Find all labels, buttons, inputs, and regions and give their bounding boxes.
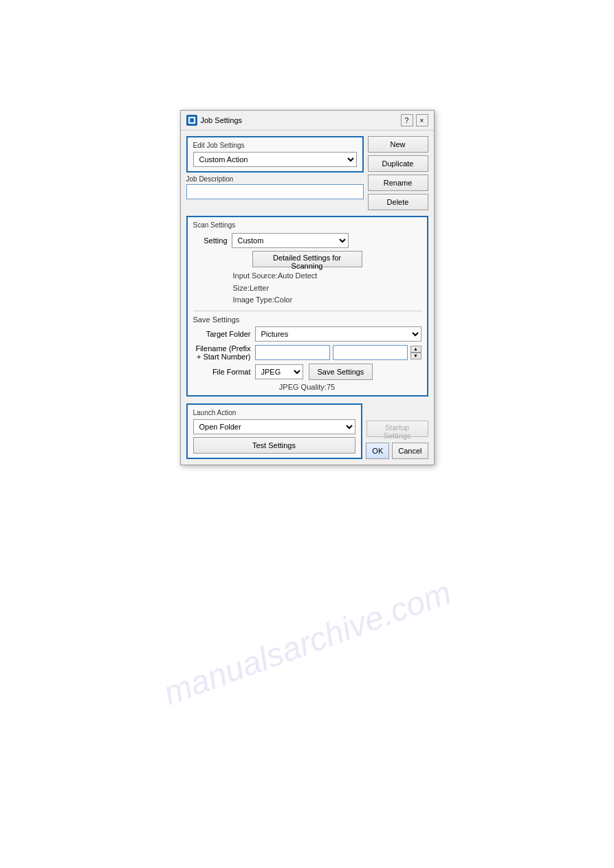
launch-action-section: Launch Action Open Folder Test Settings: [186, 403, 362, 459]
filename-prefix-input[interactable]: img: [255, 345, 330, 360]
watermark-text: manualsarchive.com: [158, 573, 455, 712]
custom-action-dropdown[interactable]: Custom Action: [193, 152, 357, 167]
new-button[interactable]: New: [368, 136, 428, 153]
edit-job-settings-label: Edit Job Settings: [193, 142, 357, 149]
dialog-icon: [186, 115, 197, 126]
bottom-area: Launch Action Open Folder Test Settings …: [186, 403, 428, 459]
launch-action-dropdown[interactable]: Open Folder: [193, 419, 355, 434]
info-line2: Size:Letter: [233, 282, 421, 295]
file-format-label: File Format: [193, 368, 255, 376]
duplicate-button[interactable]: Duplicate: [368, 155, 428, 172]
main-area: Edit Job Settings Custom Action Job Desc…: [186, 136, 428, 210]
save-settings-button[interactable]: Save Settings: [309, 364, 373, 380]
filename-row: Filename (Prefix + Start Number) img 001…: [193, 344, 421, 361]
divider1: [193, 311, 421, 311]
launch-action-label: Launch Action: [193, 409, 355, 416]
test-settings-button[interactable]: Test Settings: [193, 437, 355, 454]
filename-inputs: img 001 ▲ ▼: [255, 345, 421, 360]
dialog-title: Job Settings: [201, 116, 243, 124]
close-button[interactable]: ×: [416, 114, 428, 126]
info-line1: Input Source:Auto Detect: [233, 270, 421, 282]
ok-button[interactable]: OK: [366, 443, 389, 459]
right-panel: New Duplicate Rename Delete: [368, 136, 428, 210]
info-line3: Image Type:Color: [233, 294, 421, 307]
file-format-row: File Format JPEG Save Settings: [193, 364, 421, 380]
filename-number-input[interactable]: 001: [333, 345, 408, 360]
delete-button[interactable]: Delete: [368, 194, 428, 210]
startup-settings-button: Startup Settings: [366, 421, 428, 437]
file-format-dropdown[interactable]: JPEG: [255, 364, 303, 379]
target-folder-dropdown[interactable]: Pictures: [255, 326, 421, 342]
ok-cancel-row: OK Cancel: [366, 443, 428, 459]
help-button[interactable]: ?: [401, 114, 413, 126]
cancel-button[interactable]: Cancel: [392, 443, 428, 459]
scan-settings-section: Scan Settings Setting Custom Detailed Se…: [186, 216, 428, 397]
setting-value-wrapper: Custom: [232, 233, 421, 248]
jpeg-quality-label: JPEG Quality:75: [193, 383, 421, 391]
setting-dropdown[interactable]: Custom: [232, 233, 349, 248]
spin-up-button[interactable]: ▲: [410, 346, 421, 353]
job-description-input[interactable]: [186, 184, 364, 199]
bottom-right-buttons: Startup Settings OK Cancel: [366, 403, 428, 459]
spin-down-button[interactable]: ▼: [410, 353, 421, 359]
job-settings-dialog: Job Settings ? × Edit Job Settings Custo…: [180, 110, 435, 465]
job-description-section: Job Description: [186, 175, 364, 201]
svg-rect-1: [190, 118, 194, 122]
spin-buttons: ▲ ▼: [410, 346, 421, 359]
dialog-body: Edit Job Settings Custom Action Job Desc…: [181, 131, 434, 465]
filename-label: Filename (Prefix + Start Number): [193, 344, 255, 361]
job-description-label: Job Description: [186, 175, 364, 183]
save-settings-label: Save Settings: [193, 315, 421, 324]
titlebar-controls: ? ×: [401, 114, 428, 126]
scan-settings-header: Scan Settings: [193, 221, 421, 229]
setting-row: Setting Custom: [193, 233, 421, 248]
setting-label: Setting: [193, 236, 228, 245]
target-folder-label: Target Folder: [193, 330, 255, 338]
dialog-titlebar: Job Settings ? ×: [181, 111, 434, 131]
detailed-settings-button[interactable]: Detailed Settings for Scanning: [252, 251, 362, 267]
scan-info: Input Source:Auto Detect Size:Letter Ima…: [193, 270, 421, 307]
rename-button[interactable]: Rename: [368, 175, 428, 191]
edit-job-settings-section: Edit Job Settings Custom Action: [186, 136, 364, 173]
target-folder-row: Target Folder Pictures: [193, 326, 421, 342]
titlebar-left: Job Settings: [186, 115, 243, 126]
left-panel: Edit Job Settings Custom Action Job Desc…: [186, 136, 364, 210]
